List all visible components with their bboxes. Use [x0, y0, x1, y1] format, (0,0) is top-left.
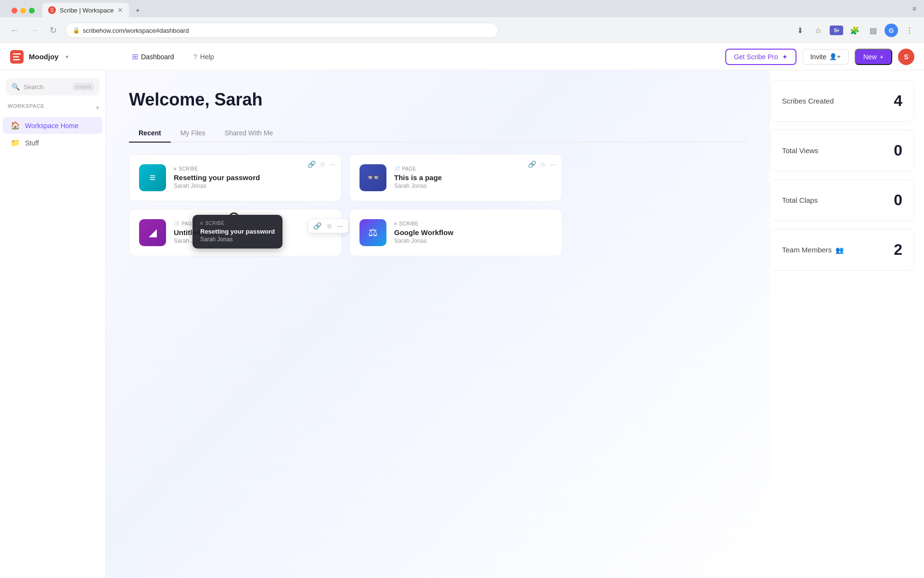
invite-btn[interactable]: Invite 👤+: [802, 49, 849, 65]
nav-help[interactable]: ? Help: [189, 50, 219, 64]
back-btn[interactable]: ←: [8, 26, 21, 36]
tab-shared-with-me[interactable]: Shared With Me: [215, 124, 282, 142]
tab-favicon: S: [48, 6, 56, 14]
workspace-add-btn[interactable]: +: [95, 104, 100, 112]
browser-profile[interactable]: G: [885, 24, 898, 37]
tab-my-files[interactable]: My Files: [171, 124, 215, 142]
tab-title: Scribe | Workspace: [60, 7, 114, 14]
help-circle-icon: ?: [193, 53, 197, 61]
card-thumbnail-2: 👓: [359, 164, 386, 191]
search-bar[interactable]: 🔍 Search cmd+k: [6, 78, 100, 95]
popup-type: ≡ SCRIBE: [200, 221, 275, 226]
minimize-traffic-light[interactable]: [20, 8, 26, 13]
browser-menu-dots[interactable]: ⋮: [903, 26, 916, 35]
bookmark-icon[interactable]: ☆: [811, 26, 825, 35]
workspace-name: Moodjoy: [29, 53, 59, 61]
more-icon-1[interactable]: ···: [330, 160, 335, 168]
main-workspace: Welcome, Sarah Recent My Files Shared Wi…: [106, 70, 924, 578]
sidebar-home-label: Workspace Home: [25, 122, 78, 130]
reload-btn[interactable]: ↻: [46, 25, 60, 36]
scribe-type-icon: ≡: [174, 166, 177, 171]
card-info-2: 📄 PAGE This is a page Sarah Jonas: [394, 166, 442, 189]
popup-more-icon[interactable]: ···: [337, 222, 343, 230]
workspace-chevron-icon[interactable]: ▾: [65, 53, 68, 60]
lock-icon: 🔒: [73, 27, 80, 34]
tabs-row: Recent My Files Shared With Me: [129, 124, 747, 143]
browser-toolbar: ← → ↻ 🔒 scribehow.com/workspace#dashboar…: [0, 17, 924, 43]
card-thumbnail-icon-4: ⚖: [368, 226, 378, 239]
dashboard-grid-icon: ⊞: [132, 52, 138, 61]
invite-label: Invite: [810, 53, 826, 61]
get-pro-btn[interactable]: Get Scribe Pro ✦: [725, 49, 796, 65]
card-author-2: Sarah Jonas: [394, 183, 442, 189]
new-tab-btn[interactable]: +: [130, 3, 145, 17]
search-icon: 🔍: [12, 83, 20, 91]
card-resetting-password[interactable]: ≡ ≡ SCRIBE Resetting your password Sarah…: [129, 154, 342, 201]
card-thumbnail-icon-2: 👓: [367, 171, 380, 184]
card-this-is-a-page[interactable]: 👓 📄 PAGE This is a page Sarah Jonas 🔗: [349, 154, 562, 201]
new-btn[interactable]: New +: [855, 49, 892, 65]
more-icon-2[interactable]: ···: [550, 160, 556, 168]
card-thumbnail-4: ⚖: [359, 219, 386, 246]
sidebar-item-stuff[interactable]: 📁 Stuff: [3, 134, 103, 151]
card-thumbnail-icon-3: ◢: [149, 226, 157, 239]
sidebar-item-home[interactable]: 🏠 Workspace Home: [3, 117, 103, 134]
popup-title: Resetting your password: [200, 228, 275, 235]
maximize-traffic-light[interactable]: [29, 8, 35, 13]
card-author-1: Sarah Jonas: [174, 183, 260, 189]
tab-recent[interactable]: Recent: [129, 124, 171, 142]
traffic-lights: [6, 4, 40, 17]
card-type-4: ≡ SCRIBE: [394, 221, 453, 226]
get-pro-label: Get Scribe Pro: [734, 53, 778, 61]
browser-tab-bar: S Scribe | Workspace ✕ + ≡: [0, 0, 924, 17]
card-actions-2: 🔗 ☆ ···: [528, 160, 556, 168]
app: Moodjoy ▾ ⊞ Dashboard ? Help Get Scribe …: [0, 43, 924, 578]
stat-total-claps: Total Claps 0: [770, 179, 914, 221]
user-avatar[interactable]: S: [898, 49, 914, 65]
main-content: Welcome, Sarah Recent My Files Shared Wi…: [106, 70, 770, 578]
active-browser-tab[interactable]: S Scribe | Workspace ✕: [42, 3, 129, 17]
sidebar-icon[interactable]: ▤: [866, 26, 880, 35]
download-icon[interactable]: ⬇: [793, 26, 807, 35]
search-placeholder: Search: [24, 83, 69, 91]
popup-star-icon[interactable]: ☆: [326, 222, 333, 230]
total-claps-label: Total Claps: [782, 196, 818, 204]
browser-menu-btn[interactable]: ≡: [912, 5, 916, 13]
close-traffic-light[interactable]: [12, 8, 17, 13]
browser-toolbar-icons: ⬇ ☆ S+ 🧩 ▤ G ⋮: [793, 24, 916, 37]
sidebar: 🔍 Search cmd+k WORKSPACE + 🏠 Workspace H…: [0, 70, 106, 578]
extension-puzzle-icon[interactable]: 🧩: [848, 26, 861, 35]
link-icon-2[interactable]: 🔗: [528, 160, 536, 168]
card-title-4: Google Workflow: [394, 228, 453, 236]
sidebar-stuff-label: Stuff: [25, 139, 39, 147]
app-body: 🔍 Search cmd+k WORKSPACE + 🏠 Workspace H…: [0, 70, 924, 578]
logo-area: Moodjoy ▾: [10, 50, 116, 64]
plus-icon: +: [880, 53, 884, 61]
tab-close-btn[interactable]: ✕: [117, 6, 123, 14]
stat-scribes-created: Scribes Created 4: [770, 80, 914, 122]
new-label: New: [863, 53, 877, 61]
card-info-4: ≡ SCRIBE Google Workflow Sarah Jonas: [394, 221, 453, 244]
right-panel: Scribes Created 4 Total Views 0 Total Cl…: [770, 70, 924, 578]
card-type-2: 📄 PAGE: [394, 166, 442, 171]
scribes-created-value: 4: [894, 92, 902, 110]
link-icon-1[interactable]: 🔗: [308, 160, 316, 168]
card-title-2: This is a page: [394, 173, 442, 182]
browser-chrome: S Scribe | Workspace ✕ + ≡ ← → ↻ 🔒 scrib…: [0, 0, 924, 43]
forward-btn[interactable]: →: [27, 26, 40, 36]
card-actions-1: 🔗 ☆ ···: [308, 160, 335, 168]
extensions-icon[interactable]: S+: [830, 26, 843, 35]
total-views-label: Total Views: [782, 146, 819, 155]
star-icon-2[interactable]: ☆: [540, 160, 546, 168]
total-views-value: 0: [894, 142, 902, 159]
popup-actions: 🔗 ☆ ···: [308, 219, 348, 233]
page-type-icon-3: 📄: [174, 221, 180, 226]
address-bar[interactable]: 🔒 scribehow.com/workspace#dashboard: [65, 23, 499, 38]
team-members-value: 2: [894, 241, 902, 259]
welcome-title: Welcome, Sarah: [129, 90, 747, 110]
card-google-workflow[interactable]: ⚖ ≡ SCRIBE Google Workflow Sarah Jonas: [349, 209, 562, 256]
star-icon-1[interactable]: ☆: [320, 160, 326, 168]
header-right: Get Scribe Pro ✦ Invite 👤+ New + S: [725, 49, 914, 65]
popup-link-icon[interactable]: 🔗: [313, 222, 321, 230]
nav-dashboard[interactable]: ⊞ Dashboard: [127, 49, 179, 64]
